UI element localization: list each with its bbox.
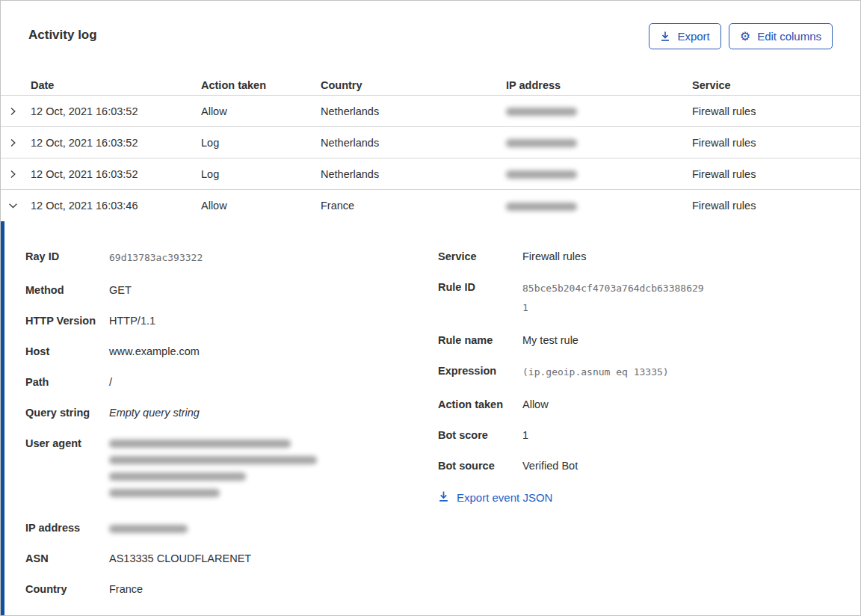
row-country: France — [321, 200, 506, 212]
detail-field-rule-id: Rule ID 85bce5b204cf4703a764dcb633886291 — [438, 279, 860, 318]
row-service: Firewall rules — [692, 168, 860, 180]
activity-log-table: Date Action taken Country IP address Ser… — [1, 75, 860, 616]
row-ip-address-redacted — [506, 105, 692, 117]
row-service: Firewall rules — [692, 137, 860, 149]
row-date: 12 Oct, 2021 16:03:52 — [31, 168, 201, 180]
export-button[interactable]: Export — [649, 23, 720, 49]
column-header-ip-address: IP address — [506, 79, 692, 91]
ip-address-redacted — [109, 520, 438, 536]
edit-columns-button-label: Edit columns — [757, 30, 821, 43]
toolbar: Export ⚙ Edit columns — [649, 23, 833, 49]
chevron-right-icon[interactable] — [1, 170, 31, 179]
detail-field-rule-name: Rule name My test rule — [438, 332, 860, 348]
export-event-json-link[interactable]: Export event JSON — [438, 490, 552, 505]
chevron-down-icon[interactable] — [1, 201, 31, 210]
chevron-right-icon[interactable] — [1, 107, 31, 116]
table-row-expanded[interactable]: 12 Oct, 2021 16:03:46 Allow France Firew… — [1, 190, 860, 221]
detail-field-path: Path / — [25, 374, 438, 390]
row-action-taken: Log — [201, 168, 321, 180]
row-country: Netherlands — [321, 168, 506, 180]
column-header-date: Date — [31, 79, 201, 91]
gear-icon: ⚙ — [740, 31, 750, 43]
column-header-service: Service — [692, 79, 860, 91]
table-row[interactable]: 12 Oct, 2021 16:03:52 Allow Netherlands … — [1, 96, 860, 127]
page-title: Activity log — [28, 23, 97, 43]
detail-field-bot-source: Bot source Verified Bot — [438, 458, 860, 474]
detail-field-expression: Expression (ip.geoip.asnum eq 13335) — [438, 363, 860, 382]
detail-field-user-agent: User agent — [25, 435, 438, 505]
user-agent-redacted — [109, 435, 438, 505]
chevron-right-icon[interactable] — [1, 138, 31, 147]
download-icon — [438, 490, 449, 505]
detail-field-host: Host www.example.com — [25, 343, 438, 360]
detail-field-query-string: Query string Empty query string — [25, 404, 438, 421]
event-detail-panel: Ray ID 69d13783ac393322 Method GET HTTP … — [1, 221, 860, 616]
column-header-country: Country — [321, 79, 506, 91]
detail-field-method: Method GET — [25, 282, 438, 298]
table-header-row: Date Action taken Country IP address Ser… — [1, 75, 860, 96]
table-row[interactable]: 12 Oct, 2021 16:03:52 Log Netherlands Fi… — [1, 127, 860, 158]
detail-field-country: Country France — [25, 581, 438, 597]
detail-field-ip-address: IP address — [25, 520, 438, 536]
download-icon — [660, 31, 670, 42]
row-action-taken: Allow — [201, 105, 321, 117]
row-date: 12 Oct, 2021 16:03:52 — [31, 105, 201, 117]
row-country: Netherlands — [321, 137, 506, 149]
export-button-label: Export — [677, 30, 709, 43]
edit-columns-button[interactable]: ⚙ Edit columns — [729, 23, 833, 49]
detail-right-column: Service Firewall rules Rule ID 85bce5b20… — [438, 248, 860, 505]
row-ip-address-redacted — [506, 137, 692, 149]
row-country: Netherlands — [321, 105, 506, 117]
row-service: Firewall rules — [692, 200, 860, 212]
table-row[interactable]: 12 Oct, 2021 16:03:52 Log Netherlands Fi… — [1, 158, 860, 190]
column-header-action-taken: Action taken — [201, 79, 321, 91]
row-ip-address-redacted — [506, 168, 692, 180]
row-action-taken: Allow — [201, 200, 321, 212]
detail-field-ray-id: Ray ID 69d13783ac393322 — [25, 248, 438, 268]
row-action-taken: Log — [201, 137, 321, 149]
detail-field-http-version: HTTP Version HTTP/1.1 — [25, 312, 438, 329]
row-date: 12 Oct, 2021 16:03:46 — [31, 200, 201, 212]
activity-log-page: { "page": { "title": "Activity log" }, "… — [0, 0, 861, 616]
row-service: Firewall rules — [692, 105, 860, 117]
detail-field-asn: ASN AS13335 CLOUDFLARENET — [25, 550, 438, 567]
row-date: 12 Oct, 2021 16:03:52 — [31, 137, 201, 149]
detail-field-service: Service Firewall rules — [438, 248, 860, 265]
header: Activity log Export ⚙ Edit columns — [1, 1, 860, 49]
detail-field-action-taken: Action taken Allow — [438, 396, 860, 413]
row-ip-address-redacted — [506, 200, 692, 212]
detail-left-column: Ray ID 69d13783ac393322 Method GET HTTP … — [25, 248, 438, 612]
detail-field-bot-score: Bot score 1 — [438, 427, 860, 443]
export-event-json-label: Export event JSON — [457, 491, 552, 504]
